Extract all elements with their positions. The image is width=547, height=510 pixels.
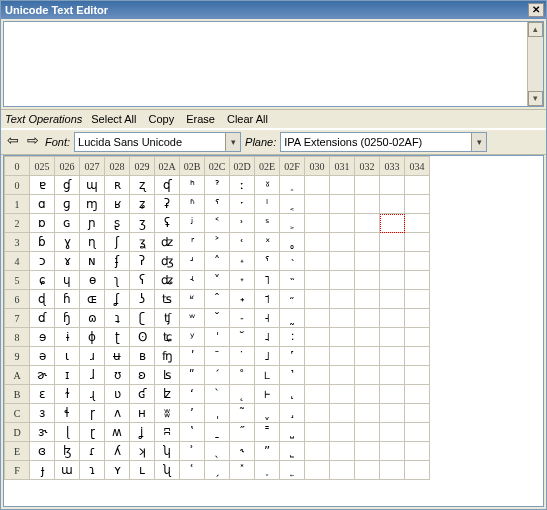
char-cell[interactable]: ˹: [280, 347, 305, 366]
char-cell[interactable]: ʲ: [180, 214, 205, 233]
char-cell[interactable]: [330, 442, 355, 461]
menu-copy[interactable]: Copy: [146, 112, 178, 126]
char-cell[interactable]: ˌ: [205, 404, 230, 423]
char-cell[interactable]: [355, 328, 380, 347]
char-cell[interactable]: [330, 328, 355, 347]
char-cell[interactable]: [405, 252, 430, 271]
char-cell[interactable]: ˿: [280, 461, 305, 480]
char-cell[interactable]: [380, 233, 405, 252]
char-cell[interactable]: [330, 176, 355, 195]
char-cell[interactable]: ɞ: [30, 442, 55, 461]
char-cell[interactable]: [380, 252, 405, 271]
char-cell[interactable]: ʭ: [155, 423, 180, 442]
char-cell[interactable]: ˦: [255, 290, 280, 309]
char-cell[interactable]: ɴ: [80, 252, 105, 271]
char-cell[interactable]: ˆ: [205, 290, 230, 309]
char-cell[interactable]: ʏ: [105, 461, 130, 480]
char-cell[interactable]: [355, 442, 380, 461]
char-cell[interactable]: ʯ: [155, 461, 180, 480]
char-cell[interactable]: [330, 385, 355, 404]
char-cell[interactable]: ɒ: [30, 214, 55, 233]
char-cell[interactable]: ˈ: [205, 328, 230, 347]
char-cell[interactable]: ʙ: [130, 347, 155, 366]
char-cell[interactable]: [380, 423, 405, 442]
char-cell[interactable]: ˷: [280, 309, 305, 328]
char-cell[interactable]: ˖: [230, 290, 255, 309]
char-cell[interactable]: ɶ: [80, 290, 105, 309]
char-cell[interactable]: ə: [30, 347, 55, 366]
char-cell[interactable]: ʃ: [105, 233, 130, 252]
char-cell[interactable]: ɤ: [55, 252, 80, 271]
char-cell[interactable]: [305, 442, 330, 461]
char-cell[interactable]: ʕ: [130, 271, 155, 290]
char-cell[interactable]: ʽ: [180, 423, 205, 442]
char-cell[interactable]: ˄: [205, 252, 230, 271]
char-cell[interactable]: ˶: [280, 290, 305, 309]
char-cell[interactable]: ʠ: [155, 176, 180, 195]
char-cell[interactable]: [355, 404, 380, 423]
char-cell[interactable]: [305, 176, 330, 195]
char-cell[interactable]: ˉ: [205, 347, 230, 366]
char-cell[interactable]: ʝ: [130, 423, 155, 442]
char-cell[interactable]: ɟ: [30, 461, 55, 480]
char-cell[interactable]: ʸ: [180, 328, 205, 347]
char-cell[interactable]: [330, 252, 355, 271]
char-cell[interactable]: ˜: [230, 404, 255, 423]
char-cell[interactable]: ˘: [230, 328, 255, 347]
char-cell[interactable]: ʡ: [155, 195, 180, 214]
char-cell[interactable]: [330, 366, 355, 385]
char-cell[interactable]: ˾: [280, 442, 305, 461]
char-cell[interactable]: ˏ: [205, 461, 230, 480]
char-cell[interactable]: [330, 423, 355, 442]
char-cell[interactable]: ˅: [205, 271, 230, 290]
char-cell[interactable]: [330, 195, 355, 214]
char-cell[interactable]: [405, 366, 430, 385]
char-cell[interactable]: ɺ: [80, 366, 105, 385]
char-cell[interactable]: ˟: [230, 461, 255, 480]
char-cell[interactable]: ˎ: [205, 442, 230, 461]
char-cell[interactable]: ˲: [280, 214, 305, 233]
char-cell[interactable]: ʟ: [130, 461, 155, 480]
char-cell[interactable]: ˴: [280, 252, 305, 271]
char-cell[interactable]: ˺: [280, 366, 305, 385]
char-cell[interactable]: [355, 233, 380, 252]
menu-select-all[interactable]: Select All: [88, 112, 139, 126]
char-cell[interactable]: ʵ: [180, 271, 205, 290]
char-cell[interactable]: [380, 290, 405, 309]
char-cell[interactable]: [330, 309, 355, 328]
font-combo[interactable]: ▾: [74, 132, 241, 152]
char-cell[interactable]: ˳: [280, 233, 305, 252]
char-cell[interactable]: ɣ: [55, 233, 80, 252]
char-cell[interactable]: ʦ: [155, 290, 180, 309]
char-cell[interactable]: ˃: [205, 233, 230, 252]
char-cell[interactable]: ʺ: [180, 366, 205, 385]
char-cell[interactable]: ɾ: [80, 442, 105, 461]
char-cell[interactable]: [330, 271, 355, 290]
char-cell[interactable]: ʫ: [155, 385, 180, 404]
char-cell[interactable]: ˱: [280, 195, 305, 214]
char-cell[interactable]: [330, 214, 355, 233]
char-cell[interactable]: [405, 233, 430, 252]
char-cell[interactable]: ɯ: [55, 461, 80, 480]
char-cell[interactable]: ʞ: [130, 442, 155, 461]
char-cell[interactable]: ɷ: [80, 309, 105, 328]
char-cell[interactable]: [355, 347, 380, 366]
char-cell[interactable]: [380, 309, 405, 328]
char-cell[interactable]: [355, 176, 380, 195]
char-cell[interactable]: ʂ: [105, 214, 130, 233]
char-cell[interactable]: ʅ: [105, 271, 130, 290]
char-cell[interactable]: ɳ: [80, 233, 105, 252]
char-cell[interactable]: ʩ: [155, 347, 180, 366]
char-cell[interactable]: ʳ: [180, 233, 205, 252]
char-cell[interactable]: [355, 252, 380, 271]
chevron-down-icon[interactable]: ▾: [471, 133, 486, 151]
char-cell[interactable]: ʢ: [155, 214, 180, 233]
char-cell[interactable]: [305, 271, 330, 290]
char-cell[interactable]: ʧ: [155, 309, 180, 328]
char-cell[interactable]: ʊ: [105, 366, 130, 385]
char-cell[interactable]: ʋ: [105, 385, 130, 404]
char-cell[interactable]: ʑ: [130, 195, 155, 214]
char-cell[interactable]: ʨ: [155, 328, 180, 347]
char-cell[interactable]: ˇ: [205, 309, 230, 328]
char-cell[interactable]: ˭: [255, 423, 280, 442]
